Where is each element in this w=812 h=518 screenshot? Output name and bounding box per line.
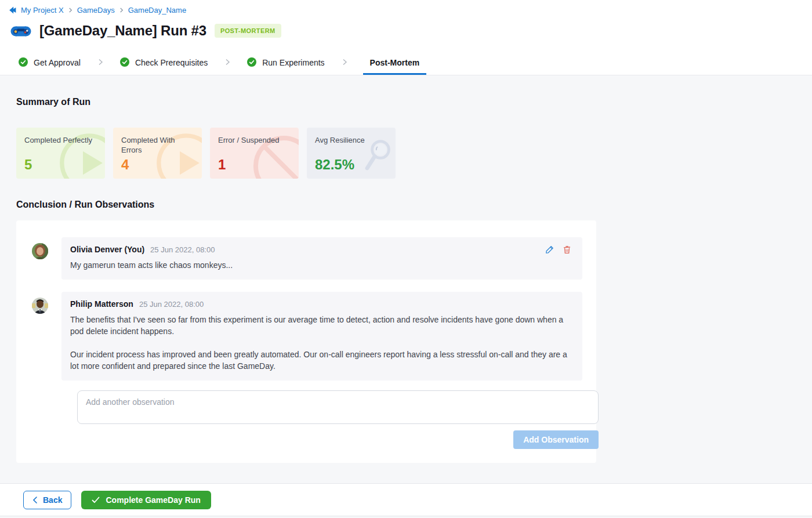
stat-card-error-suspended: Error / Suspended 1	[210, 128, 299, 179]
stat-value: 4	[121, 157, 129, 173]
stat-card-completed-perfectly: Completed Perfectly 5	[16, 128, 105, 179]
edit-icon[interactable]	[545, 245, 554, 254]
comment-author: Philip Matterson	[70, 299, 133, 309]
stat-card-completed-with-errors: Completed With Errors 4	[113, 128, 202, 179]
back-button[interactable]: Back	[23, 491, 71, 509]
breadcrumb-item-gamedays[interactable]: GameDays	[77, 6, 115, 15]
check-circle-icon	[247, 57, 256, 67]
add-observation-button[interactable]: Add Observation	[513, 430, 599, 449]
page-header: My Project X GameDays GameDay_Name [Game…	[0, 0, 812, 49]
observation-comment: Olivia Denver (You) 25 Jun 2022, 08:00 M…	[32, 237, 582, 280]
tab-label: Run Experiments	[262, 57, 324, 67]
breadcrumb-item-project[interactable]: My Project X	[21, 6, 64, 15]
stat-label: Completed With Errors	[121, 135, 191, 155]
stat-value: 5	[24, 157, 32, 173]
observations-card: Olivia Denver (You) 25 Jun 2022, 08:00 M…	[16, 220, 596, 463]
back-button-label: Back	[43, 495, 62, 505]
comment-author: Olivia Denver (You)	[70, 245, 144, 254]
breadcrumb: My Project X GameDays GameDay_Name	[8, 6, 812, 15]
chevron-right-icon	[209, 49, 246, 75]
tab-label: Post-Mortem	[370, 57, 420, 67]
status-badge: POST-MORTERM	[215, 24, 281, 38]
comment-text: The benefits that I've seen so far from …	[70, 314, 572, 337]
chevron-right-icon	[119, 8, 124, 13]
observation-comment: Philip Matterson 25 Jun 2022, 08:00 The …	[32, 292, 582, 381]
observation-input[interactable]	[77, 390, 599, 424]
complete-gameday-run-button[interactable]: Complete GameDay Run	[81, 491, 211, 509]
summary-heading: Summary of Run	[16, 75, 796, 107]
breadcrumb-item-gameday-name[interactable]: GameDay_Name	[128, 6, 186, 15]
avatar	[32, 243, 48, 259]
comment-timestamp: 25 Jun 2022, 08:00	[150, 245, 215, 254]
stat-label: Error / Suspended	[218, 135, 288, 145]
chevron-left-icon	[32, 497, 38, 503]
project-logo-icon	[8, 6, 17, 15]
tab-label: Check Prerequisites	[135, 57, 208, 67]
delete-icon[interactable]	[563, 245, 571, 254]
check-circle-icon	[19, 57, 28, 67]
check-circle-icon	[120, 57, 129, 67]
comment-text: Our incident process has improved and be…	[70, 349, 572, 372]
chevron-right-icon	[326, 49, 363, 75]
tab-post-mortem[interactable]: Post-Mortem	[363, 49, 427, 75]
stat-card-avg-resilience: Avg Resilience 82.5%	[307, 128, 396, 179]
comment-bubble: Philip Matterson 25 Jun 2022, 08:00 The …	[61, 292, 582, 381]
stat-label: Completed Perfectly	[24, 135, 94, 145]
stat-label: Avg Resilience	[315, 135, 385, 145]
observations-heading: Conclusion / Run Observations	[16, 179, 796, 210]
chevron-right-icon	[68, 8, 73, 13]
tab-label: Get Approval	[34, 57, 81, 67]
comment-timestamp: 25 Jun 2022, 08:00	[139, 300, 204, 309]
gamepad-icon	[10, 23, 31, 38]
tab-get-approval[interactable]: Get Approval	[17, 49, 82, 75]
summary-cards: Completed Perfectly 5 Completed With Err…	[16, 128, 796, 179]
page-title: [GameDay_Name] Run #3	[39, 23, 206, 39]
stat-value: 82.5%	[315, 157, 354, 173]
comment-bubble: Olivia Denver (You) 25 Jun 2022, 08:00 M…	[61, 237, 582, 280]
footer-action-bar: Back Complete GameDay Run	[0, 483, 812, 516]
avatar	[32, 298, 48, 314]
tab-run-experiments[interactable]: Run Experiments	[246, 49, 325, 75]
stat-value: 1	[218, 157, 226, 173]
tab-check-prerequisites[interactable]: Check Prerequisites	[119, 49, 209, 75]
run-steps-bar: Get Approval Check Prerequisites Run Exp…	[0, 49, 812, 75]
check-icon	[92, 497, 100, 503]
complete-button-label: Complete GameDay Run	[106, 495, 200, 505]
chevron-right-icon	[82, 49, 119, 75]
comment-text: My gamerun team acts like chaos monkeys.…	[70, 259, 572, 271]
